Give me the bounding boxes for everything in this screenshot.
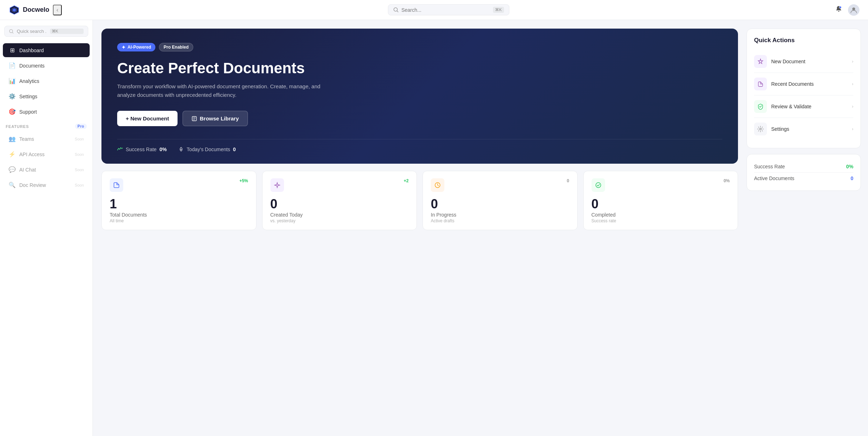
sidebar-search-icon [9,29,14,34]
pro-badge: Pro [75,124,87,129]
clock-icon [434,182,441,188]
hero-today-docs: Today's Documents 0 [178,147,236,152]
in-progress-sub: Active drafts [431,218,569,223]
settings-icon: ⚙️ [9,93,16,100]
nav-label-teams: Teams [19,136,34,142]
total-docs-value: 1 [110,198,248,210]
stat-card-completed: 0% 0 Completed Success rate [583,171,738,230]
support-icon: 🎯 [9,108,16,115]
qa-settings[interactable]: Settings › [754,118,853,140]
api-icon: ⚡ [9,151,16,158]
documents-icon: 📄 [9,62,16,69]
ai-chat-icon: 💬 [9,166,16,173]
nav-label-analytics: Analytics [19,78,39,84]
qa-new-document[interactable]: New Document › [754,50,853,73]
features-text: FEATURES [6,124,29,129]
qa-chevron-recent: › [852,81,853,86]
qa-recent-documents[interactable]: Recent Documents › [754,73,853,95]
qa-recent-documents-label: Recent Documents [771,81,848,87]
stat-card-header-total: +5% [110,178,248,192]
hero-divider [117,139,722,139]
topbar-left: Docwelo ‹ [9,4,62,16]
notification-dot [839,6,842,9]
qa-review-icon [754,100,767,113]
nav-item-settings[interactable]: ⚙️ Settings [3,89,90,103]
nav-item-dashboard[interactable]: ⊞ Dashboard [3,43,90,57]
checkmark-icon [595,182,602,188]
brand-name: Docwelo [23,6,49,14]
api-soon: Soon [75,152,84,157]
main-layout: Quick search . ⌘K ⊞ Dashboard 📄 Document… [0,20,868,436]
nav-label-documents: Documents [19,63,45,69]
dashboard-icon: ⊞ [9,47,16,54]
nav-item-support[interactable]: 🎯 Support [3,105,90,119]
gear-icon [757,126,764,132]
hero-new-document-button[interactable]: + New Document [117,111,178,126]
summary-success-label: Success Rate [754,164,785,169]
completed-value: 0 [592,198,730,210]
hero-stats: Success Rate 0% Today's Documents 0 [117,147,722,152]
right-panel: Quick Actions New Document › Recent Docu… [747,20,868,436]
qa-review-validate[interactable]: Review & Validate › [754,95,853,118]
brand-logo: Docwelo [9,4,49,16]
ai-powered-badge: AI-Powered [117,43,155,51]
stat1-value: 0% [159,147,166,152]
in-progress-icon [431,178,444,192]
created-today-sub: vs. yesterday [270,218,409,223]
total-docs-change: +5% [239,178,248,183]
nav-item-ai-chat: 💬 AI Chat Soon [3,163,90,177]
ai-chat-soon: Soon [75,168,84,172]
completed-icon [592,178,605,192]
quick-actions-card: Quick Actions New Document › Recent Docu… [747,29,861,148]
svg-point-7 [760,128,762,130]
hero-banner: AI-Powered Pro Enabled Create Perfect Do… [101,29,738,164]
qa-review-validate-label: Review & Validate [771,104,848,109]
sidebar-collapse-button[interactable]: ‹ [53,5,62,15]
qa-chevron-settings: › [852,127,853,132]
stat1-label: Success Rate [126,147,156,152]
user-avatar-button[interactable] [848,4,859,16]
topbar-search-box[interactable]: ⌘K [388,4,509,15]
doc-review-icon: 🔍 [9,182,16,188]
summary-active-value: 0 [850,175,853,181]
rocket-icon [178,147,184,152]
nav-item-teams: 👥 Teams Soon [3,132,90,146]
qa-chevron-review: › [852,104,853,109]
nav-label-ai-chat: AI Chat [19,167,36,173]
completed-sub: Success rate [592,218,730,223]
book-icon [191,116,197,122]
avatar-icon [850,6,858,14]
sidebar-search-kbd: ⌘K [50,29,84,34]
notifications-button[interactable] [835,5,842,14]
search-input[interactable] [401,7,490,13]
teams-icon: 👥 [9,135,16,142]
nav-label-settings: Settings [19,94,38,99]
stat-card-total: +5% 1 Total Documents All time [101,171,256,230]
stats-row: +5% 1 Total Documents All time +2 0 Crea… [101,171,738,230]
topbar-right [835,4,859,16]
search-icon [393,7,399,13]
activity-icon [117,147,123,152]
created-today-change: +2 [404,178,409,183]
sidebar-search[interactable]: Quick search . ⌘K [4,26,88,37]
hero-badges: AI-Powered Pro Enabled [117,43,722,51]
hero-actions: + New Document Browse Library [117,111,722,126]
file-icon [113,182,120,188]
completed-change: 0% [724,178,730,183]
teams-soon: Soon [75,137,84,141]
nav-item-analytics[interactable]: 📊 Analytics [3,74,90,88]
summary-active-label: Active Documents [754,175,794,181]
quick-actions-title: Quick Actions [754,37,853,44]
summary-active-docs: Active Documents 0 [754,173,853,184]
recent-docs-icon [757,81,764,87]
stat-card-created: +2 0 Created Today vs. yesterday [262,171,417,230]
stat2-label: Today's Documents [187,147,230,152]
nav-label-doc-review: Doc Review [19,182,46,188]
hero-browse-library-button[interactable]: Browse Library [183,111,248,126]
total-docs-label: Total Documents [110,212,248,218]
qa-new-doc-icon [754,55,767,68]
nav-label-api: API Access [19,152,45,157]
summary-success-rate: Success Rate 0% [754,161,853,173]
nav-item-documents[interactable]: 📄 Documents [3,59,90,73]
nav-label-support: Support [19,109,37,115]
